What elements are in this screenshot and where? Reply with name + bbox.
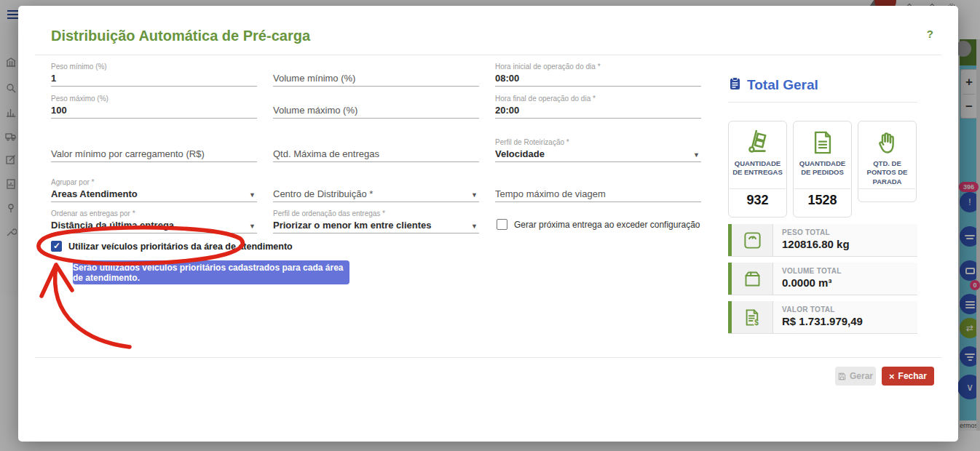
checkbox-unchecked[interactable] xyxy=(497,219,507,230)
document-icon xyxy=(794,121,851,158)
veiculos-prioritarios-checkbox[interactable]: Utilizar veículos prioritários da área d… xyxy=(51,241,293,252)
chevron-down-icon: ▼ xyxy=(249,191,256,199)
valor-minimo-field[interactable]: Valor mínimo por carregamento (R$) xyxy=(51,138,257,162)
ordenar-entregas-select[interactable]: Ordenar as entregas por * Distância da ú… xyxy=(51,209,257,234)
checkbox-checked[interactable] xyxy=(51,241,62,252)
valor-total-row: $ VALOR TOTAL R$ 1.731.979,49 xyxy=(728,301,917,334)
card-quantidade-entregas: QUANTIDADE DE ENTREGAS 932 xyxy=(728,121,787,217)
scale-icon xyxy=(732,224,773,256)
header-divider xyxy=(35,55,941,55)
save-icon xyxy=(838,372,846,380)
fechar-button[interactable]: × Fechar xyxy=(882,367,934,386)
volume-minimo-field[interactable]: Volume mínimo (%) xyxy=(273,63,479,87)
peso-maximo-field[interactable]: Peso máximo (%) 100 xyxy=(51,95,257,119)
hora-inicial-field[interactable]: Hora inicial de operação do dia * 08:00 xyxy=(495,63,701,87)
perfil-roteirizacao-select[interactable]: Perfil de Roteirização * Velocidade ▼ xyxy=(495,138,701,162)
help-icon[interactable]: ? xyxy=(927,28,933,40)
clipboard-icon xyxy=(730,77,740,93)
volume-maximo-field[interactable]: Volume máximo (%) xyxy=(273,95,479,119)
perfil-ordenacao-select[interactable]: Perfil de ordenação das entregas * Prior… xyxy=(273,209,479,234)
chevron-down-icon: ▼ xyxy=(249,223,256,230)
peso-minimo-field[interactable]: Peso mínimo (%) 1 xyxy=(51,63,257,87)
card-pontos-parada: QTD. DE PONTOS DE PARADA xyxy=(858,121,917,202)
panel-divider xyxy=(728,102,917,103)
footer-divider xyxy=(35,357,941,358)
agrupar-por-select[interactable]: Agrupar por * Areas Atendimento ▼ xyxy=(51,178,257,202)
modal-title: Distribuição Automática de Pré-carga xyxy=(51,28,310,44)
box-icon xyxy=(732,263,773,295)
gerar-button[interactable]: Gerar xyxy=(835,367,876,386)
total-geral-title: Total Geral xyxy=(747,77,818,93)
card-quantidade-pedidos: QUANTIDADE DE PEDIDOS 1528 xyxy=(793,121,852,217)
close-icon: × xyxy=(889,371,895,382)
pre-carga-modal: Distribuição Automática de Pré-carga ? P… xyxy=(18,6,958,442)
chevron-down-icon: ▼ xyxy=(471,191,478,199)
centro-distribuicao-select[interactable]: Centro de Distribuição * ▼ xyxy=(273,178,479,202)
chevron-down-icon: ▼ xyxy=(471,223,478,230)
chevron-down-icon: ▼ xyxy=(693,151,700,159)
hora-final-field[interactable]: Hora final de operação do dia * 20:00 xyxy=(495,95,701,119)
invoice-icon: $ xyxy=(732,301,773,333)
gerar-proxima-checkbox[interactable]: Gerar próxima entrega ao exceder configu… xyxy=(497,219,700,230)
hand-icon xyxy=(858,121,916,158)
tempo-maximo-field[interactable]: Tempo máximo de viagem xyxy=(495,178,701,202)
total-geral-header: Total Geral xyxy=(730,77,818,93)
peso-total-row: PESO TOTAL 120816.80 kg xyxy=(728,224,917,257)
hand-truck-icon xyxy=(729,121,786,158)
qtd-maxima-field[interactable]: Qtd. Máxima de entregas xyxy=(273,138,479,162)
volume-total-row: VOLUME TOTAL 0.0000 m³ xyxy=(728,263,917,295)
info-tooltip: Serão utilizados veículos prioritários c… xyxy=(73,260,349,284)
svg-text:$: $ xyxy=(754,319,759,327)
screen: + − 396 ! 0 ⇄ ∨ ermos Distribuição Autom… xyxy=(0,0,980,451)
